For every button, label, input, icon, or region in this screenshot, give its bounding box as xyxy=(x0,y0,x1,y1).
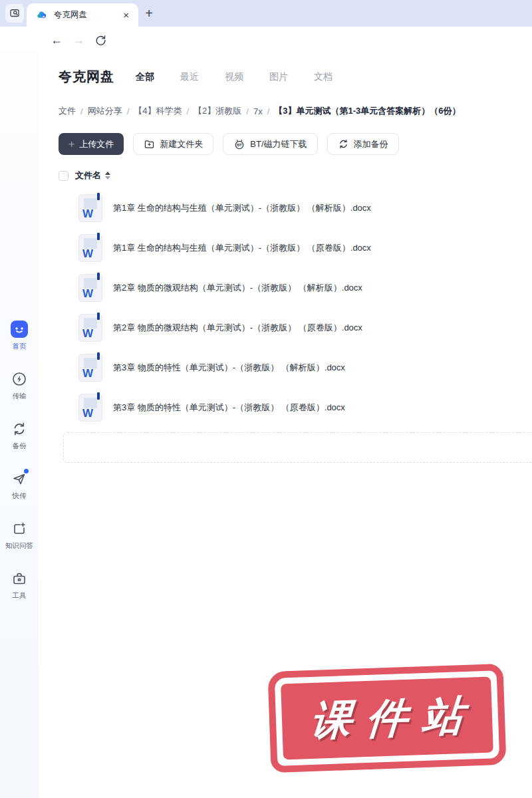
sidebar-item-label: 知识问答 xyxy=(5,541,33,550)
tab-image[interactable]: 图片 xyxy=(269,71,288,83)
svg-text:BT: BT xyxy=(237,143,243,147)
stamp-watermark: 课件站 xyxy=(267,664,506,773)
sidebar-item-knowledge-qa[interactable]: 知识问答 xyxy=(0,520,39,551)
upload-dropzone[interactable] xyxy=(63,432,532,463)
back-icon[interactable]: ← xyxy=(49,33,64,47)
breadcrumb-link[interactable]: 7x xyxy=(253,106,263,116)
backup-sync-icon xyxy=(11,420,28,438)
home-icon xyxy=(11,321,28,338)
browser-tab-quark[interactable]: 夸克网盘 × xyxy=(27,3,138,27)
browser-tab-bar: 夸克网盘 × + xyxy=(0,0,532,27)
tab-search-icon xyxy=(9,7,21,19)
sort-icon[interactable] xyxy=(105,172,110,180)
sidebar: 首页 传输 备份 快传 xyxy=(0,52,39,798)
bt-magnet-download-button[interactable]: BT BT/磁力链下载 xyxy=(223,133,317,155)
breadcrumb-link[interactable]: 【4】科学类 xyxy=(134,105,182,117)
page-title: 夸克网盘 xyxy=(59,68,114,86)
tab-document[interactable]: 文档 xyxy=(314,71,332,83)
word-doc-icon: W xyxy=(78,194,102,222)
stamp-text: 课件站 xyxy=(294,687,480,749)
stamp-inner: 课件站 xyxy=(281,677,493,760)
file-row[interactable]: W 第3章 物质的特性（单元测试）-（浙教版） （解析版）.docx xyxy=(39,348,532,388)
breadcrumb: 文件 / 网站分享 / 【4】科学类 / 【2】浙教版 / 7x / 【3】单元… xyxy=(59,105,461,117)
add-backup-label: 添加备份 xyxy=(354,138,388,150)
sidebar-item-label: 快传 xyxy=(13,491,27,500)
breadcrumb-link[interactable]: 网站分享 xyxy=(88,105,122,117)
filter-tabs: 全部 最近 视频 图片 文档 xyxy=(136,71,332,83)
file-name[interactable]: 第3章 物质的特性（单元测试）-（浙教版） （解析版）.docx xyxy=(113,362,345,374)
file-list-header: 文件名 xyxy=(59,170,110,182)
file-list: W 第1章 生命的结构与生殖（单元测试）-（浙教版） （解析版）.docx W … xyxy=(39,188,532,428)
filename-column-header: 文件名 xyxy=(75,170,101,182)
sidebar-item-transfer[interactable]: 传输 xyxy=(0,370,39,401)
sidebar-item-tools[interactable]: 工具 xyxy=(0,570,39,600)
breadcrumb-separator: / xyxy=(267,106,270,116)
breadcrumb-separator: / xyxy=(186,106,189,116)
breadcrumb-separator: / xyxy=(80,106,83,116)
bt-download-icon: BT xyxy=(233,138,245,150)
file-row[interactable]: W 第1章 生命的结构与生殖（单元测试）-（浙教版） （解析版）.docx xyxy=(39,188,532,228)
tab-recent[interactable]: 最近 xyxy=(180,71,199,83)
word-doc-icon: W xyxy=(78,394,102,422)
tab-close-icon[interactable]: × xyxy=(120,9,132,21)
sidebar-item-label: 传输 xyxy=(13,391,27,400)
tab-video[interactable]: 视频 xyxy=(225,71,243,83)
sidebar-item-label: 工具 xyxy=(13,591,27,600)
word-doc-icon: W xyxy=(78,234,102,262)
sidebar-item-backup[interactable]: 备份 xyxy=(0,420,39,451)
breadcrumb-separator: / xyxy=(127,106,130,116)
add-backup-button[interactable]: 添加备份 xyxy=(327,133,399,155)
toolbox-icon xyxy=(11,570,28,587)
breadcrumb-current: 【3】单元测试（第1-3单元含答案解析）（6份） xyxy=(274,105,460,117)
forward-icon: → xyxy=(71,33,86,47)
knowledge-qa-icon xyxy=(11,520,28,537)
bt-download-label: BT/磁力链下载 xyxy=(250,138,307,150)
file-row[interactable]: W 第2章 物质的微观结构（单元测试）-（浙教版） （解析版）.docx xyxy=(39,268,532,308)
toolbar: + 上传文件 新建文件夹 BT BT/磁力链下载 xyxy=(59,133,399,155)
sort-desc-arrow xyxy=(105,176,110,180)
sidebar-item-label: 备份 xyxy=(13,441,27,450)
transfer-icon xyxy=(11,370,28,388)
tab-all[interactable]: 全部 xyxy=(136,71,154,83)
upload-file-label: 上传文件 xyxy=(79,138,114,150)
plus-icon: + xyxy=(68,138,74,150)
file-name[interactable]: 第1章 生命的结构与生殖（单元测试）-（浙教版） （原卷版）.docx xyxy=(113,242,371,254)
file-row[interactable]: W 第1章 生命的结构与生殖（单元测试）-（浙教版） （原卷版）.docx xyxy=(39,228,532,268)
new-folder-label: 新建文件夹 xyxy=(160,138,203,150)
file-row[interactable]: W 第3章 物质的特性（单元测试）-（浙教版） （原卷版）.docx xyxy=(39,388,532,428)
file-name[interactable]: 第2章 物质的微观结构（单元测试）-（浙教版） （原卷版）.docx xyxy=(113,322,362,334)
tab-title: 夸克网盘 xyxy=(54,9,120,21)
breadcrumb-separator: / xyxy=(246,106,249,116)
page-header: 夸克网盘 全部 最近 视频 图片 文档 xyxy=(59,68,332,86)
browser-nav-bar: ← → xyxy=(0,27,532,52)
word-doc-icon: W xyxy=(78,274,102,302)
refresh-icon[interactable] xyxy=(93,33,108,47)
sidebar-item-quick-send[interactable]: 快传 xyxy=(0,470,39,501)
sidebar-item-label: 首页 xyxy=(13,341,27,350)
sidebar-item-home[interactable]: 首页 xyxy=(0,321,39,351)
new-folder-button[interactable]: 新建文件夹 xyxy=(133,133,213,155)
breadcrumb-link[interactable]: 文件 xyxy=(59,105,76,117)
word-doc-icon: W xyxy=(78,314,102,342)
file-name[interactable]: 第3章 物质的特性（单元测试）-（浙教版） （原卷版）.docx xyxy=(113,402,345,414)
upload-file-button[interactable]: + 上传文件 xyxy=(59,133,124,155)
new-tab-button[interactable]: + xyxy=(141,5,157,21)
select-all-checkbox[interactable] xyxy=(59,171,68,181)
word-doc-icon: W xyxy=(78,354,102,382)
file-row[interactable]: W 第2章 物质的微观结构（单元测试）-（浙教版） （原卷版）.docx xyxy=(39,308,532,348)
notification-dot xyxy=(24,469,29,473)
breadcrumb-link[interactable]: 【2】浙教版 xyxy=(194,105,241,117)
quark-logo-icon xyxy=(36,9,48,21)
file-name[interactable]: 第2章 物质的微观结构（单元测试）-（浙教版） （解析版）.docx xyxy=(113,282,362,294)
paper-plane-icon xyxy=(11,470,28,487)
backup-refresh-icon xyxy=(338,138,349,150)
tab-search-button[interactable] xyxy=(5,4,24,23)
sort-asc-arrow xyxy=(105,172,110,175)
file-name[interactable]: 第1章 生命的结构与生殖（单元测试）-（浙教版） （解析版）.docx xyxy=(113,202,371,214)
folder-plus-icon xyxy=(144,138,155,150)
